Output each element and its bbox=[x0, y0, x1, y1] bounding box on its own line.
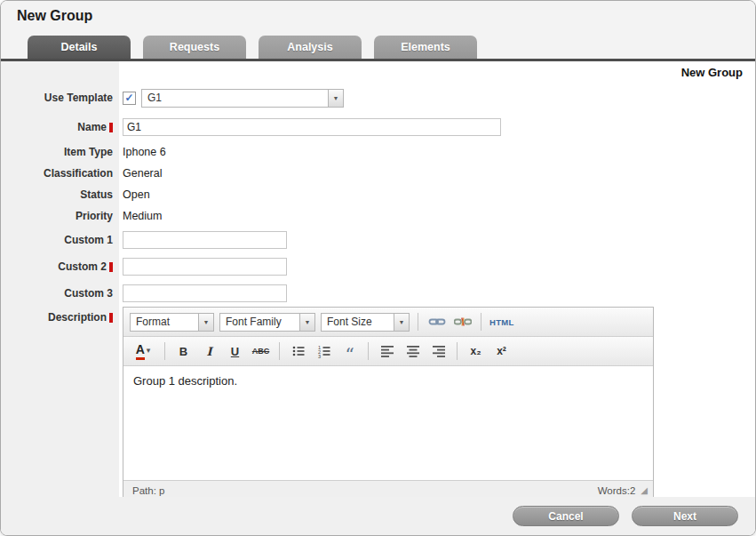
custom3-label: Custom 3 bbox=[1, 287, 119, 300]
dropdown-arrow-icon: ▼ bbox=[328, 90, 343, 107]
superscript-icon[interactable]: x² bbox=[491, 341, 512, 361]
tab-analysis[interactable]: Analysis bbox=[259, 36, 362, 59]
tab-bar: Details Requests Analysis Elements bbox=[1, 31, 755, 59]
use-template-selected-value: G1 bbox=[142, 92, 328, 104]
use-template-checkbox[interactable]: ✓ bbox=[123, 92, 136, 105]
description-label-text: Description bbox=[48, 311, 107, 324]
use-template-select[interactable]: G1 ▼ bbox=[141, 89, 344, 108]
item-type-label-text: Item Type bbox=[64, 146, 113, 158]
strikethrough-icon[interactable]: ABC bbox=[251, 341, 271, 361]
item-type-row: Item Type Iphone 6 bbox=[1, 141, 755, 163]
editor-wordcount: Words:2 bbox=[598, 485, 636, 496]
bullet-list-icon[interactable] bbox=[288, 341, 308, 361]
use-template-label-text: Use Template bbox=[44, 92, 113, 104]
classification-value: General bbox=[123, 167, 162, 180]
classification-label: Classification bbox=[1, 167, 119, 180]
toolbar-separator bbox=[279, 342, 280, 360]
dropdown-arrow-icon: ▼ bbox=[394, 314, 409, 331]
description-row: Description Format ▼ Font Family ▼ bbox=[1, 307, 755, 497]
description-label: Description bbox=[1, 307, 119, 324]
custom1-row: Custom 1 bbox=[1, 227, 755, 253]
custom2-row: Custom 2 bbox=[1, 253, 755, 280]
custom2-label: Custom 2 bbox=[1, 260, 119, 273]
priority-label-text: Priority bbox=[76, 210, 113, 222]
status-label-text: Status bbox=[80, 188, 113, 201]
custom1-input[interactable] bbox=[123, 231, 287, 249]
custom3-label-text: Custom 3 bbox=[64, 287, 113, 300]
priority-label: Priority bbox=[1, 210, 119, 222]
dropdown-arrow-icon: ▼ bbox=[198, 314, 213, 331]
classification-row: Classification General bbox=[1, 163, 755, 184]
item-type-label: Item Type bbox=[1, 146, 119, 158]
subscript-icon[interactable]: x₂ bbox=[466, 341, 486, 361]
toolbar-separator bbox=[418, 313, 418, 331]
footer-bar: Cancel Next bbox=[1, 497, 755, 535]
custom2-input[interactable] bbox=[123, 258, 287, 276]
font-family-dropdown[interactable]: Font Family ▼ bbox=[219, 313, 315, 332]
align-right-icon[interactable] bbox=[428, 341, 449, 361]
classification-label-text: Classification bbox=[44, 167, 113, 180]
window-title: New Group bbox=[17, 8, 92, 24]
toolbar-separator bbox=[481, 313, 481, 331]
custom1-label: Custom 1 bbox=[1, 234, 119, 246]
html-source-icon[interactable]: HTML bbox=[489, 312, 514, 332]
editor-content[interactable]: Group 1 description. bbox=[123, 366, 653, 480]
details-form: New Group Use Template ✓ G1 ▼ Name bbox=[1, 61, 755, 497]
font-color-letter: A bbox=[136, 341, 145, 360]
item-type-value: Iphone 6 bbox=[123, 146, 166, 158]
next-button[interactable]: Next bbox=[632, 506, 738, 526]
name-input[interactable] bbox=[123, 118, 501, 136]
resize-handle-icon[interactable]: ◢ bbox=[641, 486, 648, 495]
format-dropdown[interactable]: Format ▼ bbox=[130, 313, 214, 332]
cancel-button[interactable]: Cancel bbox=[513, 506, 619, 526]
font-color-icon[interactable]: A ▾ bbox=[130, 341, 156, 361]
italic-icon[interactable]: I bbox=[199, 341, 219, 361]
status-label: Status bbox=[1, 188, 119, 201]
editor-path: Path: p bbox=[132, 485, 164, 496]
tab-requests[interactable]: Requests bbox=[143, 36, 246, 59]
tab-elements[interactable]: Elements bbox=[374, 36, 477, 59]
underline-icon[interactable]: U bbox=[225, 341, 245, 361]
toolbar-separator bbox=[164, 342, 165, 360]
font-size-dropdown-value: Font Size bbox=[322, 316, 394, 328]
menu-arrow-icon: ▾ bbox=[147, 341, 151, 359]
description-editor: Format ▼ Font Family ▼ Font Size ▼ bbox=[123, 307, 654, 497]
font-family-dropdown-value: Font Family bbox=[220, 316, 299, 328]
required-marker bbox=[109, 262, 113, 272]
name-row: Name bbox=[1, 113, 755, 141]
tab-details[interactable]: Details bbox=[28, 36, 131, 59]
name-label-text: Name bbox=[77, 121, 107, 133]
svg-text:3: 3 bbox=[318, 354, 321, 358]
priority-value: Medium bbox=[123, 210, 162, 222]
custom3-row: Custom 3 bbox=[1, 280, 755, 307]
new-group-window: New Group Details Requests Analysis Elem… bbox=[0, 0, 756, 536]
align-center-icon[interactable] bbox=[402, 341, 423, 361]
status-row: Status Open bbox=[1, 184, 755, 205]
dropdown-arrow-icon: ▼ bbox=[299, 314, 314, 331]
format-dropdown-value: Format bbox=[131, 316, 198, 328]
remove-link-icon[interactable] bbox=[452, 312, 473, 332]
insert-link-icon[interactable] bbox=[426, 312, 447, 332]
custom1-label-text: Custom 1 bbox=[64, 234, 113, 246]
required-marker bbox=[109, 313, 113, 323]
blockquote-icon[interactable]: “ bbox=[339, 341, 360, 361]
checkbox-check-icon: ✓ bbox=[124, 92, 133, 103]
font-size-dropdown[interactable]: Font Size ▼ bbox=[321, 313, 410, 332]
section-title: New Group bbox=[1, 61, 755, 83]
align-left-icon[interactable] bbox=[377, 341, 397, 361]
status-value: Open bbox=[123, 188, 150, 201]
title-bar: New Group bbox=[1, 1, 755, 31]
use-template-label: Use Template bbox=[1, 92, 119, 104]
editor-statusbar: Path: p Words:2 ◢ bbox=[123, 480, 653, 497]
editor-toolbar-row1: Format ▼ Font Family ▼ Font Size ▼ bbox=[123, 308, 653, 337]
priority-row: Priority Medium bbox=[1, 205, 755, 227]
custom3-input[interactable] bbox=[123, 284, 287, 302]
custom2-label-text: Custom 2 bbox=[58, 260, 107, 273]
toolbar-separator bbox=[457, 342, 458, 360]
name-label: Name bbox=[1, 121, 119, 133]
toolbar-separator bbox=[368, 342, 369, 360]
use-template-row: Use Template ✓ G1 ▼ bbox=[1, 83, 755, 113]
numbered-list-icon[interactable]: 123 bbox=[314, 341, 334, 361]
required-marker bbox=[109, 123, 113, 132]
bold-icon[interactable]: B bbox=[173, 341, 194, 361]
